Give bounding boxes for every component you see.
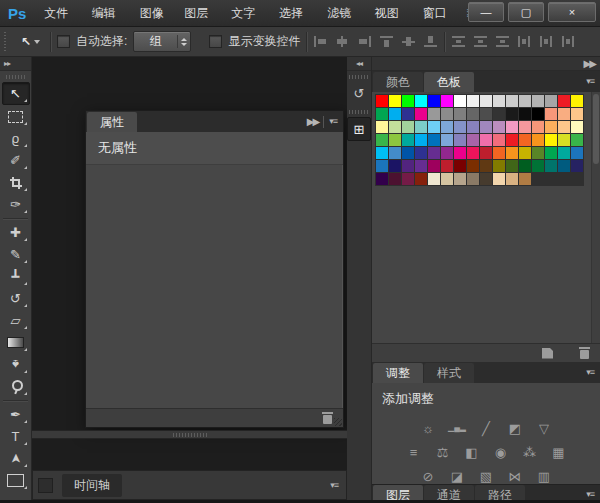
- color-swatch[interactable]: [441, 147, 453, 159]
- panel-menu-icon[interactable]: ▾≡: [586, 368, 594, 377]
- menu-item-0[interactable]: 文件(F): [35, 0, 82, 26]
- color-swatch[interactable]: [545, 108, 557, 120]
- posterize-icon[interactable]: ◪: [447, 468, 467, 484]
- curves-icon[interactable]: ╱: [476, 420, 496, 436]
- panel-menu-icon[interactable]: ▾≡: [329, 117, 337, 126]
- expand-panels-button[interactable]: ◂◂: [347, 57, 371, 71]
- color-swatch[interactable]: [545, 147, 557, 159]
- color-swatch[interactable]: [571, 134, 583, 146]
- align-bottom-edges-button[interactable]: [423, 35, 438, 48]
- color-swatch[interactable]: [558, 160, 570, 172]
- menu-item-5[interactable]: 选择(S): [270, 0, 318, 26]
- color-swatch[interactable]: [571, 160, 583, 172]
- color-swatch[interactable]: [402, 95, 414, 107]
- spot-healing-brush-tool[interactable]: ✚: [3, 222, 29, 243]
- color-swatch[interactable]: [389, 108, 401, 120]
- color-swatch[interactable]: [493, 173, 505, 185]
- color-swatch[interactable]: [389, 95, 401, 107]
- color-swatch[interactable]: [428, 160, 440, 172]
- color-swatch[interactable]: [454, 160, 466, 172]
- color-lookup-icon[interactable]: ▦: [549, 444, 569, 460]
- color-balance-icon[interactable]: ⚖: [433, 444, 453, 460]
- color-swatch[interactable]: [532, 134, 544, 146]
- color-swatch[interactable]: [558, 95, 570, 107]
- hue-saturation-icon[interactable]: ≡: [404, 444, 424, 460]
- color-swatch[interactable]: [519, 108, 531, 120]
- color-swatch[interactable]: [480, 147, 492, 159]
- color-swatch[interactable]: [415, 160, 427, 172]
- clone-stamp-tool[interactable]: ┻: [3, 266, 29, 287]
- color-swatch[interactable]: [480, 160, 492, 172]
- tab-timeline[interactable]: 时间轴: [62, 474, 122, 497]
- dodge-tool[interactable]: [3, 376, 29, 397]
- color-swatch[interactable]: [493, 160, 505, 172]
- color-swatch[interactable]: [532, 160, 544, 172]
- color-swatch[interactable]: [467, 173, 479, 185]
- color-swatch[interactable]: [519, 173, 531, 185]
- tab-properties[interactable]: 属性: [87, 112, 137, 132]
- tab-颜色[interactable]: 颜色: [373, 72, 423, 92]
- color-swatch[interactable]: [558, 147, 570, 159]
- menu-item-4[interactable]: 文字(Y): [222, 0, 270, 26]
- color-swatch[interactable]: [558, 134, 570, 146]
- distribute-vertical-centers-button[interactable]: [473, 35, 488, 48]
- color-swatch[interactable]: [480, 108, 492, 120]
- levels-icon[interactable]: ▁▄▂: [447, 420, 467, 436]
- quick-selection-tool[interactable]: ✐: [3, 150, 29, 171]
- distribute-left-edges-button[interactable]: [517, 35, 532, 48]
- bottom-dock-divider[interactable]: [32, 430, 347, 439]
- color-swatch[interactable]: [428, 121, 440, 133]
- color-swatch[interactable]: [428, 108, 440, 120]
- align-top-edges-button[interactable]: [379, 35, 394, 48]
- color-swatch[interactable]: [506, 108, 518, 120]
- color-swatch[interactable]: [519, 160, 531, 172]
- eyedropper-tool[interactable]: ✑: [3, 194, 29, 215]
- color-swatch[interactable]: [376, 173, 388, 185]
- color-swatch[interactable]: [454, 121, 466, 133]
- color-swatch[interactable]: [402, 160, 414, 172]
- color-swatch[interactable]: [506, 173, 518, 185]
- color-swatch[interactable]: [402, 147, 414, 159]
- color-swatch[interactable]: [493, 134, 505, 146]
- black-and-white-icon[interactable]: ◧: [462, 444, 482, 460]
- color-swatch[interactable]: [493, 108, 505, 120]
- color-swatch[interactable]: [389, 160, 401, 172]
- resize-grip-icon[interactable]: [334, 418, 342, 426]
- color-swatch[interactable]: [454, 134, 466, 146]
- color-swatch[interactable]: [402, 173, 414, 185]
- collapse-dock-icon[interactable]: ▶▶: [584, 59, 595, 69]
- color-swatch[interactable]: [519, 134, 531, 146]
- menu-item-3[interactable]: 图层(L): [175, 0, 222, 26]
- color-swatch[interactable]: [545, 134, 557, 146]
- color-swatch[interactable]: [506, 121, 518, 133]
- color-swatch[interactable]: [389, 121, 401, 133]
- color-swatch[interactable]: [428, 134, 440, 146]
- color-swatch[interactable]: [441, 108, 453, 120]
- auto-select-checkbox[interactable]: [57, 35, 70, 48]
- scrollbar-thumb[interactable]: [593, 94, 599, 164]
- color-swatch[interactable]: [532, 147, 544, 159]
- color-swatch[interactable]: [545, 160, 557, 172]
- color-swatch[interactable]: [493, 147, 505, 159]
- color-swatch[interactable]: [454, 147, 466, 159]
- tab-调整[interactable]: 调整: [373, 363, 423, 383]
- distribute-right-edges-button[interactable]: [561, 35, 576, 48]
- panel-group-grip[interactable]: [349, 75, 369, 79]
- new-swatch-icon[interactable]: [542, 348, 553, 359]
- color-swatch[interactable]: [571, 108, 583, 120]
- tool-preset-picker[interactable]: ↖: [17, 33, 44, 51]
- color-swatch[interactable]: [441, 160, 453, 172]
- distribute-bottom-edges-button[interactable]: [495, 35, 510, 48]
- color-swatch[interactable]: [376, 108, 388, 120]
- color-swatch[interactable]: [389, 147, 401, 159]
- color-swatch[interactable]: [454, 173, 466, 185]
- color-swatch[interactable]: [454, 108, 466, 120]
- menu-item-6[interactable]: 滤镜(T): [318, 0, 365, 26]
- color-swatch[interactable]: [545, 121, 557, 133]
- maximize-button[interactable]: ▢: [508, 2, 544, 22]
- color-swatch[interactable]: [480, 95, 492, 107]
- color-swatch[interactable]: [428, 147, 440, 159]
- color-swatch[interactable]: [532, 108, 544, 120]
- pen-tool[interactable]: ✒: [3, 404, 29, 425]
- color-swatch[interactable]: [571, 121, 583, 133]
